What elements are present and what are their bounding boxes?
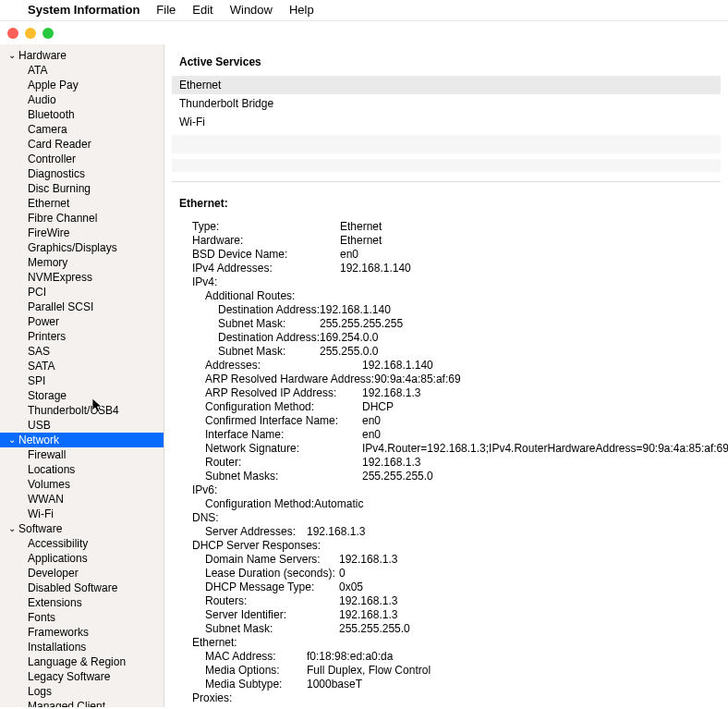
detail-key: Destination Address: <box>218 303 320 317</box>
detail-row: Interface Name:en0 <box>179 428 713 442</box>
detail-key: BSD Device Name: <box>192 248 340 262</box>
detail-row: Exceptions List:*.local, 169.254/16 <box>179 705 713 707</box>
menu-file[interactable]: File <box>156 3 176 17</box>
sidebar-item[interactable]: Language & Region <box>0 654 164 669</box>
menu-help[interactable]: Help <box>289 3 314 17</box>
service-list[interactable]: EthernetThunderbolt BridgeWi-Fi <box>172 76 721 131</box>
sidebar-item[interactable]: Bluetooth <box>0 107 164 122</box>
sidebar-category-label: Software <box>18 522 62 535</box>
sidebar-category-software[interactable]: ⌄Software <box>0 521 164 536</box>
sidebar-item[interactable]: Graphics/Displays <box>0 240 164 255</box>
detail-value: 192.168.1.3 <box>339 608 397 622</box>
service-row[interactable]: Wi-Fi <box>172 113 721 131</box>
sidebar-item[interactable]: Controller <box>0 152 164 166</box>
sidebar-item[interactable]: PCI <box>0 285 164 299</box>
sidebar-item[interactable]: Disabled Software <box>0 581 164 595</box>
sidebar-category-hardware[interactable]: ⌄Hardware <box>0 48 164 63</box>
detail-key: IPv4 Addresses: <box>192 262 340 275</box>
sidebar-item[interactable]: Fibre Channel <box>0 211 164 226</box>
detail-row: Subnet Mask:255.255.255.0 <box>179 622 713 636</box>
detail-key: Media Subtype: <box>205 678 307 691</box>
menu-window[interactable]: Window <box>230 3 273 17</box>
sidebar-item[interactable]: Accessibility <box>0 536 164 551</box>
zoom-button[interactable] <box>42 28 54 39</box>
sidebar[interactable]: ⌄HardwareATAApple PayAudioBluetoothCamer… <box>0 44 164 707</box>
minimize-button[interactable] <box>25 28 36 39</box>
detail-pane: Ethernet:Type:EthernetHardware:EthernetB… <box>172 191 721 707</box>
detail-key: Hardware: <box>192 234 340 248</box>
sidebar-item[interactable]: Camera <box>0 122 164 137</box>
detail-row: DHCP Message Type:0x05 <box>179 581 713 594</box>
detail-key: Configuration Method: <box>205 400 362 414</box>
sidebar-item[interactable]: Audio <box>0 92 164 107</box>
sidebar-item[interactable]: Memory <box>0 255 164 270</box>
detail-row: Media Subtype:1000baseT <box>179 678 713 691</box>
detail-row: Configuration Method:DHCP <box>179 400 713 414</box>
sidebar-item[interactable]: Logs <box>0 684 164 699</box>
sidebar-item[interactable]: ATA <box>0 63 164 78</box>
detail-row: Destination Address:192.168.1.140 <box>179 303 713 317</box>
detail-row: Domain Name Servers:192.168.1.3 <box>179 553 713 567</box>
detail-value: 192.168.1.3 <box>362 386 420 400</box>
detail-value: 192.168.1.3 <box>362 456 420 470</box>
detail-key: Destination Address: <box>218 331 320 345</box>
sidebar-item[interactable]: SAS <box>0 344 164 359</box>
sidebar-item[interactable]: Parallel SCSI <box>0 299 164 314</box>
sidebar-item[interactable]: Ethernet <box>0 196 164 211</box>
detail-row: ARP Resolved Hardware Address:90:9a:4a:8… <box>179 373 713 386</box>
detail-row: Subnet Mask:255.255.0.0 <box>179 345 713 359</box>
sidebar-item[interactable]: Printers <box>0 329 164 344</box>
sidebar-item[interactable]: Apple Pay <box>0 78 164 92</box>
sidebar-item[interactable]: Applications <box>0 551 164 566</box>
sidebar-item[interactable]: SATA <box>0 359 164 373</box>
sidebar-category-network[interactable]: ⌄Network <box>0 433 164 447</box>
menu-edit[interactable]: Edit <box>192 3 212 17</box>
sidebar-item[interactable]: Locations <box>0 462 164 477</box>
disclosure-triangle-icon[interactable]: ⌄ <box>7 522 17 535</box>
sidebar-item[interactable]: Extensions <box>0 595 164 610</box>
detail-value: 90:9a:4a:85:af:69 <box>374 373 460 386</box>
sidebar-item[interactable]: Diagnostics <box>0 166 164 181</box>
section-dns: DNS: <box>179 511 713 525</box>
sidebar-item[interactable]: FireWire <box>0 226 164 240</box>
detail-key: Subnet Masks: <box>205 470 362 483</box>
sidebar-item[interactable]: Storage <box>0 388 164 403</box>
detail-row: Server Identifier:192.168.1.3 <box>179 608 713 622</box>
sidebar-item[interactable]: Developer <box>0 566 164 581</box>
sidebar-item[interactable]: Card Reader <box>0 137 164 152</box>
detail-row: Server Addresses:192.168.1.3 <box>179 525 713 539</box>
sidebar-item[interactable]: Power <box>0 314 164 329</box>
sidebar-item[interactable]: Frameworks <box>0 625 164 640</box>
sidebar-item[interactable]: WWAN <box>0 492 164 507</box>
sidebar-item[interactable]: Wi-Fi <box>0 507 164 521</box>
sidebar-item[interactable]: SPI <box>0 373 164 388</box>
disclosure-triangle-icon[interactable]: ⌄ <box>7 434 17 446</box>
sidebar-item[interactable]: Volumes <box>0 477 164 492</box>
detail-value: 1000baseT <box>307 678 362 691</box>
sidebar-item[interactable]: Fonts <box>0 610 164 625</box>
detail-key: Lease Duration (seconds): <box>205 567 339 581</box>
detail-value: *.local, 169.254/16 <box>307 705 398 707</box>
detail-row: MAC Address:f0:18:98:ed:a0:da <box>179 650 713 664</box>
detail-row: Lease Duration (seconds):0 <box>179 567 713 581</box>
sidebar-item[interactable]: Thunderbolt/USB4 <box>0 403 164 418</box>
detail-row: Type:Ethernet <box>179 220 713 234</box>
detail-value: 255.255.255.0 <box>339 622 410 636</box>
detail-row: Network Signature:IPv4.Router=192.168.1.… <box>179 442 713 456</box>
service-row[interactable]: Ethernet <box>172 76 721 94</box>
sidebar-item[interactable]: NVMExpress <box>0 270 164 285</box>
close-button[interactable] <box>7 28 18 39</box>
sidebar-item[interactable]: Legacy Software <box>0 669 164 684</box>
app-menu[interactable]: System Information <box>28 3 140 17</box>
sidebar-item[interactable]: Disc Burning <box>0 181 164 196</box>
service-row[interactable]: Thunderbolt Bridge <box>172 94 721 113</box>
detail-key: Exceptions List: <box>205 705 307 707</box>
sidebar-item[interactable]: Installations <box>0 640 164 654</box>
sidebar-item[interactable]: USB <box>0 418 164 433</box>
sidebar-item[interactable]: Firewall <box>0 447 164 462</box>
sidebar-item[interactable]: Managed Client <box>0 699 164 707</box>
detail-value: 192.168.1.3 <box>339 553 397 567</box>
detail-value: Automatic <box>314 497 363 511</box>
detail-row: IPv4 Addresses:192.168.1.140 <box>179 262 713 275</box>
disclosure-triangle-icon[interactable]: ⌄ <box>7 49 17 62</box>
